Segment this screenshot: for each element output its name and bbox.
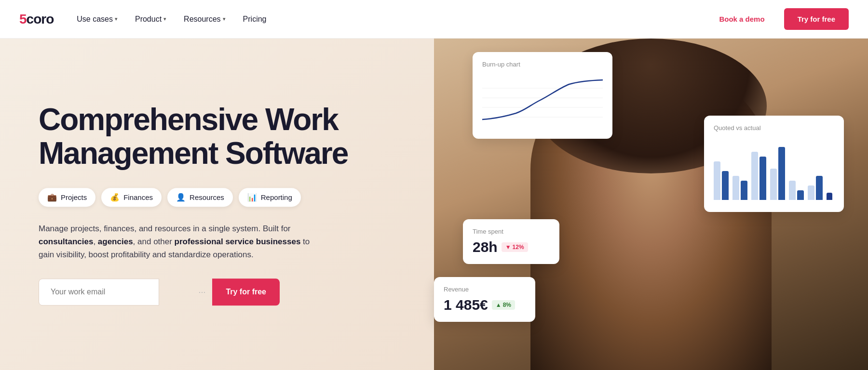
bar-group-2	[732, 176, 747, 200]
bar-actual-2	[741, 181, 747, 200]
bar-group-7	[827, 193, 832, 200]
people-icon: 👤	[176, 193, 186, 202]
up-arrow-icon: ▲	[496, 302, 502, 308]
email-form: ··· Try for free	[39, 279, 280, 306]
down-arrow-icon: ▼	[505, 244, 511, 251]
revenue-badge: ▲ 8%	[492, 300, 515, 310]
hero-section: Comprehensive Work Management Software 💼…	[0, 39, 868, 370]
chevron-down-icon: ▾	[163, 16, 166, 22]
hero-right: Burn-up chart Quoted vs actual	[434, 39, 868, 370]
hero-description: Manage projects, finances, and resources…	[39, 222, 318, 262]
burnup-chart-card: Burn-up chart	[473, 52, 612, 139]
nav-links: Use cases ▾ Product ▾ Resources ▾ Pricin…	[77, 15, 709, 24]
bar-group-4	[770, 147, 785, 200]
bar-group-1	[714, 161, 729, 200]
navbar: 5coro Use cases ▾ Product ▾ Resources ▾ …	[0, 0, 868, 39]
dots-icon: ···	[198, 287, 205, 297]
try-free-form-button[interactable]: Try for free	[212, 279, 280, 306]
logo[interactable]: 5coro	[19, 12, 54, 27]
bar-actual-6	[816, 176, 823, 200]
revenue-value: 1 485€ ▲ 8%	[444, 297, 526, 313]
bar-group-5	[789, 181, 804, 200]
time-spent-badge: ▼ 12%	[502, 242, 528, 252]
money-icon: 💰	[110, 193, 120, 202]
chevron-down-icon: ▾	[223, 16, 226, 22]
burnup-chart-area	[482, 74, 603, 132]
bar-quoted-2	[732, 176, 739, 200]
bar-group-3	[751, 152, 766, 200]
briefcase-icon: 💼	[47, 193, 57, 202]
nav-item-pricing[interactable]: Pricing	[243, 15, 267, 24]
logo-text: 5coro	[19, 12, 54, 27]
bar-quoted-1	[714, 161, 720, 200]
quoted-card-title: Quoted vs actual	[714, 124, 834, 132]
bar-quoted-5	[789, 181, 796, 200]
bar-actual-3	[760, 157, 766, 200]
try-for-free-button[interactable]: Try for free	[784, 8, 849, 30]
book-demo-button[interactable]: Book a demo	[709, 10, 774, 28]
bar-actual-4	[778, 147, 785, 200]
bar-chart	[714, 137, 834, 200]
email-input[interactable]	[39, 279, 159, 306]
nav-right: Book a demo Try for free	[709, 8, 849, 30]
pill-projects[interactable]: 💼 Projects	[39, 188, 95, 207]
pill-reporting[interactable]: 📊 Reporting	[239, 188, 301, 207]
bar-quoted-4	[770, 169, 777, 200]
quoted-actual-card: Quoted vs actual	[704, 116, 844, 212]
email-input-wrap: ···	[39, 279, 212, 306]
bar-quoted-6	[808, 185, 814, 200]
revenue-label: Revenue	[444, 286, 526, 293]
time-spent-value: 28h ▼ 12%	[473, 239, 550, 255]
feature-pills: 💼 Projects 💰 Finances 👤 Resources 📊 Repo…	[39, 188, 366, 207]
time-spent-card: Time spent 28h ▼ 12%	[463, 219, 559, 264]
nav-item-product[interactable]: Product ▾	[135, 15, 166, 24]
time-spent-label: Time spent	[473, 228, 550, 235]
hero-title: Comprehensive Work Management Software	[39, 103, 366, 171]
bar-actual-5	[797, 190, 804, 200]
burnup-chart-svg	[482, 74, 603, 132]
nav-item-usecases[interactable]: Use cases ▾	[77, 15, 118, 24]
bar-actual-7	[827, 193, 832, 200]
nav-item-resources[interactable]: Resources ▾	[184, 15, 225, 24]
burnup-card-title: Burn-up chart	[482, 61, 603, 68]
chart-icon: 📊	[247, 193, 257, 202]
revenue-card: Revenue 1 485€ ▲ 8%	[434, 277, 535, 322]
pill-finances[interactable]: 💰 Finances	[101, 188, 162, 207]
bar-group-6	[808, 176, 823, 200]
pill-resources[interactable]: 👤 Resources	[167, 188, 233, 207]
hero-left: Comprehensive Work Management Software 💼…	[39, 103, 366, 305]
bar-actual-1	[722, 171, 729, 200]
chevron-down-icon: ▾	[115, 16, 118, 22]
bar-quoted-3	[751, 152, 758, 200]
